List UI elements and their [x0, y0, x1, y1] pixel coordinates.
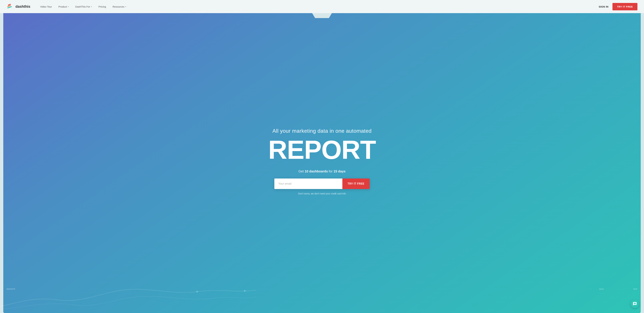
nav-item-dashthis-for[interactable]: DashThis For ▾: [75, 5, 92, 8]
email-input[interactable]: [274, 179, 342, 189]
navbar: dashthis Video Tour Product ▾ DashThis F…: [0, 0, 644, 13]
dashthis-for-chevron-icon: ▾: [91, 6, 92, 7]
hero-offer-days: 15 days: [334, 169, 346, 173]
product-chevron-icon: ▾: [68, 6, 69, 7]
hero-subtitle: All your marketing data in one automated: [268, 128, 376, 134]
hero-offer: Get 10 dashboards for 15 days: [268, 169, 376, 173]
chart-label-aug: AUG: [599, 288, 604, 290]
svg-point-3: [196, 291, 198, 293]
brand-name: dashthis: [16, 4, 30, 9]
hero-disclaimer: Don't worry, we don't need your credit c…: [268, 192, 376, 195]
nav-right: SIGN IN TRY IT FREE: [599, 3, 638, 10]
nav-try-free-button[interactable]: TRY IT FREE: [612, 3, 638, 10]
chart-label-apr: APR: [11, 288, 15, 290]
resources-chevron-icon: ▾: [125, 6, 126, 7]
chart-label-mar: MAR: [6, 288, 11, 290]
svg-point-4: [244, 290, 246, 292]
nav-item-resources[interactable]: Resources ▾: [112, 5, 126, 8]
chart-labels: MAR APR AUG SEP: [0, 288, 644, 290]
hero-offer-dashboards: 10 dashboards: [304, 169, 328, 173]
logo-link[interactable]: dashthis: [6, 3, 30, 10]
hero-content: All your marketing data in one automated…: [268, 128, 376, 195]
hero-title: REPORT: [268, 137, 376, 163]
nav-item-pricing[interactable]: Pricing: [98, 5, 106, 8]
hero-section: MAR APR AUG SEP All your marketing data …: [0, 13, 644, 313]
logo-icon: [6, 3, 14, 10]
chat-support-button[interactable]: [630, 300, 639, 308]
hero-try-free-button[interactable]: TRY IT FREE: [342, 179, 370, 189]
chart-label-sep: SEP: [633, 288, 638, 290]
nav-item-product[interactable]: Product ▾: [58, 5, 69, 8]
email-form: TRY IT FREE: [274, 179, 370, 189]
sign-in-button[interactable]: SIGN IN: [599, 5, 608, 8]
chat-icon: [633, 302, 637, 306]
nav-item-video-tour[interactable]: Video Tour: [40, 5, 52, 8]
nav-links: Video Tour Product ▾ DashThis For ▾ Pric…: [40, 5, 599, 8]
chart-lines: [0, 280, 256, 313]
